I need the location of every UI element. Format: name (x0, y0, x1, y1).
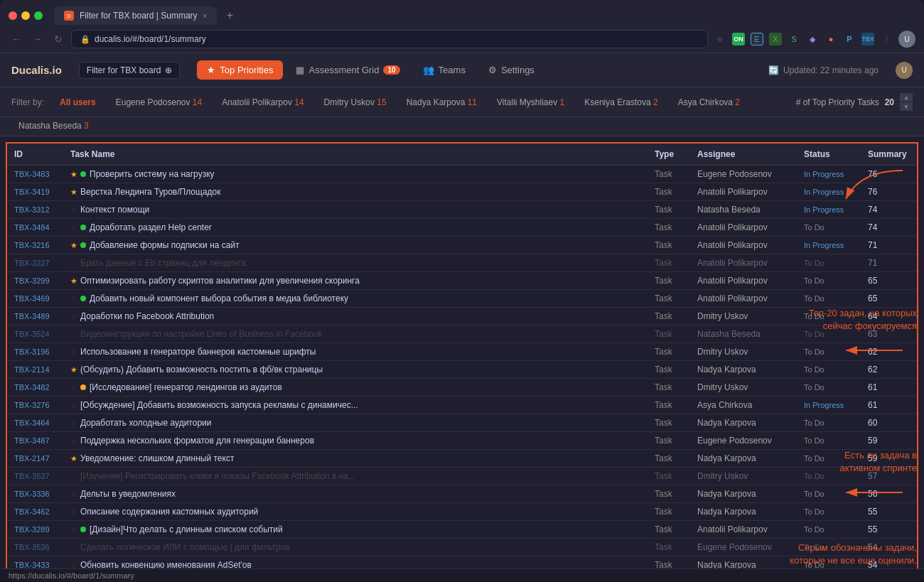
extension-icon-5[interactable]: ◆ (806, 33, 819, 45)
tab-assessment-grid[interactable]: ▦ Assessment Grid 10 (286, 60, 409, 80)
reload-button[interactable]: ↻ (51, 32, 65, 46)
back-button[interactable]: ← (9, 32, 24, 46)
task-id-link[interactable]: TBX-3484 (14, 223, 50, 232)
star-icon[interactable]: ☆ (70, 347, 77, 357)
extension-icon-7[interactable]: P (843, 33, 856, 45)
star-icon[interactable]: ☆ (70, 259, 77, 268)
new-tab-button[interactable]: + (220, 6, 240, 26)
star-icon[interactable]: ☆ (70, 223, 77, 232)
task-id-link[interactable]: TBX-3289 (14, 525, 50, 534)
extension-icon-8[interactable]: TBX (861, 33, 874, 45)
task-id-link[interactable]: TBX-2147 (14, 454, 50, 463)
active-tab[interactable]: D Filter for TBX board | Summary × (54, 6, 217, 25)
filter-natasha[interactable]: Natasha Beseda 3 (11, 119, 96, 133)
task-status: To Do (797, 343, 861, 361)
scroll-up-arrow[interactable]: ▲ (900, 93, 913, 102)
star-icon[interactable]: ☆ (70, 472, 77, 481)
star-icon[interactable]: ☆ (70, 383, 77, 392)
star-icon[interactable]: ☆ (70, 205, 77, 215)
task-type: Task (648, 166, 690, 183)
star-icon[interactable]: ☆ (70, 436, 77, 446)
task-id-link[interactable]: TBX-3299 (14, 276, 50, 285)
extension-icon-3[interactable]: X (769, 33, 782, 45)
filter-bar-row2: Natasha Beseda 3 (0, 117, 924, 136)
close-button[interactable] (9, 11, 17, 20)
task-name: (Обсудить) Добавить возможность постить … (80, 365, 323, 374)
star-icon[interactable]: ★ (70, 365, 77, 374)
task-id-link[interactable]: TBX-3312 (14, 205, 50, 214)
task-summary: 54 (861, 539, 918, 556)
filter-all-users[interactable]: All users (53, 95, 103, 109)
tab-teams[interactable]: 👥 Teams (413, 60, 476, 80)
star-icon[interactable]: ☆ (70, 401, 77, 410)
task-id-link[interactable]: TBX-3524 (14, 330, 50, 338)
forward-button[interactable]: → (30, 32, 45, 46)
task-id-link[interactable]: TBX-3433 (14, 561, 50, 568)
star-icon[interactable]: ★ (70, 454, 77, 463)
filter-dmitry[interactable]: Dmitry Uskov 15 (317, 95, 394, 109)
star-icon[interactable]: ★ (70, 276, 77, 286)
minimize-button[interactable] (21, 11, 30, 20)
filter-asya[interactable]: Asya Chirkova 2 (671, 95, 747, 109)
extension-icon-2[interactable]: E (751, 33, 763, 45)
tab-settings[interactable]: ⚙ Settings (478, 60, 544, 80)
filter-eugene[interactable]: Eugene Podosenov 14 (109, 95, 209, 109)
task-id-link[interactable]: TBX-2114 (14, 365, 50, 374)
scroll-arrows[interactable]: ▲ ▼ (900, 93, 913, 111)
task-id-link[interactable]: TBX-3482 (14, 383, 50, 392)
star-icon[interactable]: ☆ (70, 312, 77, 321)
filter-kseniya[interactable]: Kseniya Erastova 2 (577, 95, 665, 109)
star-icon[interactable]: ☆ (70, 294, 77, 303)
browser-tabs-bar: D Filter for TBX board | Summary × + (0, 0, 924, 26)
maximize-button[interactable] (34, 11, 43, 20)
task-id-link[interactable]: TBX-3489 (14, 312, 50, 320)
task-id-link[interactable]: TBX-3216 (14, 241, 50, 249)
priority-count: # of Top Priority Tasks 20 ▲ ▼ (796, 93, 913, 111)
filter-nadya[interactable]: Nadya Karpova 11 (399, 95, 484, 109)
table-row: TBX-3312☆Контекст помощиTaskNatasha Bese… (6, 201, 918, 219)
more-menu-button[interactable]: ⋮ (880, 33, 893, 45)
task-id-link[interactable]: TBX-3419 (14, 188, 50, 196)
star-icon[interactable]: ☆ (70, 561, 77, 569)
star-icon[interactable]: ☆ (70, 507, 77, 517)
star-icon[interactable]: ☆ (714, 33, 726, 45)
star-icon[interactable]: ★ (70, 170, 77, 179)
star-icon[interactable]: ☆ (70, 419, 77, 428)
extension-icon-6[interactable]: ● (824, 33, 837, 45)
extension-icon-1[interactable]: ON (732, 33, 745, 45)
star-icon[interactable]: ☆ (70, 330, 77, 339)
task-id-link[interactable]: TBX-3469 (14, 294, 50, 303)
tab-title: Filter for TBX board | Summary (80, 11, 198, 21)
task-id-link[interactable]: TBX-3196 (14, 347, 50, 356)
task-id-link[interactable]: TBX-3536 (14, 543, 50, 551)
user-avatar[interactable]: U (898, 31, 915, 48)
task-id-link[interactable]: TBX-3276 (14, 401, 50, 409)
filter-anatolii[interactable]: Anatolii Polikarpov 14 (215, 95, 311, 109)
star-icon[interactable]: ☆ (70, 525, 77, 534)
star-icon[interactable]: ★ (70, 188, 77, 197)
task-id-link[interactable]: TBX-3537 (14, 472, 50, 480)
task-id-link[interactable]: TBX-3336 (14, 490, 50, 498)
task-id-link[interactable]: TBX-3464 (14, 419, 50, 427)
task-assignee: Dmitry Uskov (690, 468, 797, 485)
task-status: In Progress (797, 166, 861, 183)
task-id-link[interactable]: TBX-3483 (14, 170, 50, 178)
extension-icon-4[interactable]: S (788, 33, 800, 45)
tab-close-button[interactable]: × (203, 12, 208, 20)
task-id-link[interactable]: TBX-3227 (14, 259, 50, 267)
scroll-down-arrow[interactable]: ▼ (900, 102, 913, 111)
table-row: TBX-2114★(Обсудить) Добавить возможность… (6, 361, 918, 379)
tab-top-priorities[interactable]: ★ Top Priorities (197, 60, 283, 80)
assessment-grid-badge: 10 (383, 65, 399, 75)
header-user-avatar[interactable]: U (896, 62, 913, 79)
task-id-link[interactable]: TBX-3487 (14, 436, 50, 445)
star-icon[interactable]: ☆ (70, 543, 77, 552)
star-icon[interactable]: ☆ (70, 490, 77, 499)
task-id-link[interactable]: TBX-3462 (14, 507, 50, 516)
task-type: Task (648, 361, 690, 379)
board-selector[interactable]: Filter for TBX board ⊕ (79, 62, 180, 79)
task-name: Проверить систему на нагрузку (90, 169, 215, 179)
filter-vitalii[interactable]: Vitalii Myshliaev 1 (490, 95, 571, 109)
star-icon[interactable]: ★ (70, 241, 77, 250)
address-bar[interactable]: 🔒 ducalis.io/#/board/1/summary (71, 30, 708, 48)
